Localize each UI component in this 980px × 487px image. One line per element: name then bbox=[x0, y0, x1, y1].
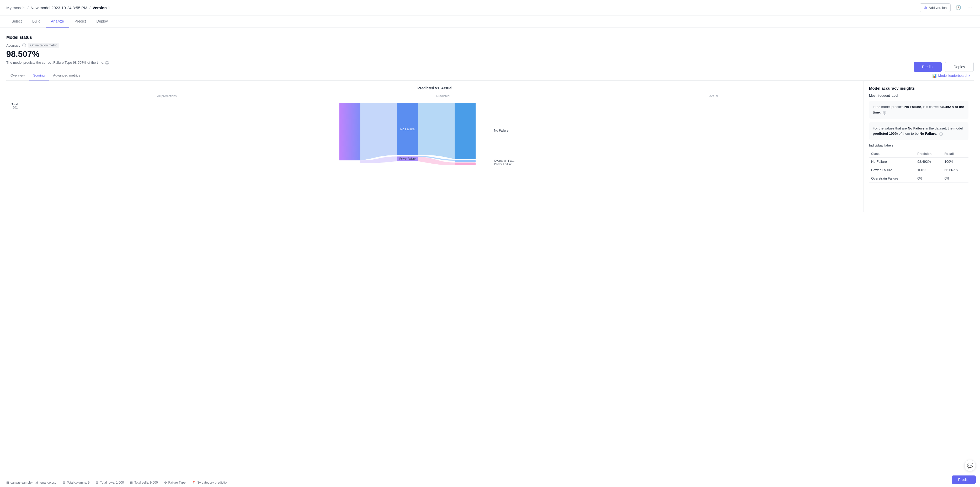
label-actual: Actual bbox=[709, 94, 718, 98]
table-row: No Failure 98.492% 100% bbox=[869, 157, 969, 166]
history-icon-button[interactable]: 🕐 bbox=[954, 3, 963, 12]
header-actions: ⊕ Add version 🕐 ⋯ bbox=[920, 3, 974, 12]
row-1-precision: 98.492% bbox=[915, 157, 942, 166]
add-version-button[interactable]: ⊕ Add version bbox=[920, 3, 951, 12]
row-1-recall: 100% bbox=[942, 157, 969, 166]
sankey-chart: No Failure Power Failure No Failure Over… bbox=[20, 100, 858, 173]
panel-title: Model accuracy insights bbox=[869, 86, 969, 90]
sub-tab-advanced[interactable]: Advanced metrics bbox=[49, 71, 84, 81]
tab-deploy[interactable]: Deploy bbox=[91, 16, 113, 27]
col-class: Class bbox=[869, 151, 915, 157]
flow-predicted-to-actual-no-failure bbox=[418, 103, 455, 159]
col-recall: Recall bbox=[942, 151, 969, 157]
actual-overstrain-block bbox=[455, 160, 476, 162]
actual-power-failure-block bbox=[455, 162, 476, 165]
label-all-predictions: All predictions bbox=[157, 94, 177, 98]
no-failure-predicted-label: No Failure bbox=[400, 127, 415, 131]
model-status-section: Model status Accuracy ⓘ Optimization met… bbox=[6, 35, 974, 65]
insight-2-predicted: predicted 100% bbox=[873, 132, 897, 135]
tab-build[interactable]: Build bbox=[27, 16, 46, 27]
overstrain-actual-label: Overstrain Fai... bbox=[494, 159, 515, 162]
accuracy-desc-info-icon[interactable]: ⓘ bbox=[105, 61, 109, 65]
deploy-button-main[interactable]: Deploy bbox=[945, 62, 974, 72]
accuracy-description: The model predicts the correct Failure T… bbox=[6, 60, 974, 65]
actual-no-failure-block bbox=[455, 103, 476, 159]
tab-analyze[interactable]: Analyze bbox=[46, 16, 69, 27]
insight-box-1: If the model predicts No Failure, it is … bbox=[869, 101, 969, 119]
right-panel: Model accuracy insights Most frequent la… bbox=[864, 81, 974, 212]
power-failure-predicted-label: Power Failure bbox=[399, 157, 416, 160]
add-version-label: Add version bbox=[929, 6, 947, 10]
accuracy-info-icon[interactable]: ⓘ bbox=[22, 43, 26, 47]
individual-labels-title: Individual labels bbox=[869, 143, 969, 147]
row-1-class: No Failure bbox=[869, 157, 915, 166]
sub-tab-scoring[interactable]: Scoring bbox=[29, 71, 49, 81]
separator-1: / bbox=[27, 5, 29, 10]
chart-labels-row: All predictions Predicted Actual bbox=[11, 94, 858, 98]
ellipsis-icon: ⋯ bbox=[967, 5, 972, 10]
chart-area: Predicted vs. Actual All predictions Pre… bbox=[6, 81, 864, 212]
accuracy-value: 98.507% bbox=[6, 49, 974, 59]
main-content: Model status Accuracy ⓘ Optimization met… bbox=[0, 28, 980, 212]
sub-tabs: Overview Scoring Advanced metrics bbox=[6, 71, 84, 81]
labels-table: Class Precision Recall No Failure 98.492… bbox=[869, 151, 969, 183]
label-predicted: Predicted bbox=[436, 94, 450, 98]
sub-tabs-row: Overview Scoring Advanced metrics 📊 Mode… bbox=[6, 71, 974, 81]
all-predictions-block bbox=[339, 103, 360, 160]
row-3-class: Overstrain Failure bbox=[869, 174, 915, 183]
row-2-class: Power Failure bbox=[869, 166, 915, 174]
leaderboard-icon: 📊 bbox=[932, 74, 937, 78]
content-area: Predicted vs. Actual All predictions Pre… bbox=[6, 81, 974, 212]
more-options-button[interactable]: ⋯ bbox=[966, 3, 974, 12]
row-3-recall: 0% bbox=[942, 174, 969, 183]
tab-select[interactable]: Select bbox=[6, 16, 27, 27]
col-precision: Precision bbox=[915, 151, 942, 157]
action-buttons: Predict Deploy bbox=[914, 62, 974, 72]
tab-predict[interactable]: Predict bbox=[69, 16, 91, 27]
insight-2-label2: No Failure bbox=[920, 132, 936, 135]
flow-all-to-predicted-no-failure bbox=[360, 103, 397, 160]
separator-2: / bbox=[89, 5, 91, 10]
model-status-title: Model status bbox=[6, 35, 974, 40]
insight-2-info-icon[interactable]: ⓘ bbox=[939, 132, 943, 136]
nav-tabs: Select Build Analyze Predict Deploy bbox=[0, 16, 980, 28]
row-2-recall: 66.667% bbox=[942, 166, 969, 174]
accuracy-label: Accuracy bbox=[6, 43, 20, 48]
no-failure-actual-label: No Failure bbox=[494, 129, 509, 132]
history-icon: 🕐 bbox=[955, 5, 961, 10]
optimization-metric-badge: Optimization metric bbox=[28, 43, 59, 48]
predict-button-main[interactable]: Predict bbox=[914, 62, 942, 72]
insight-1-info-icon[interactable]: ⓘ bbox=[883, 111, 886, 114]
chevron-up-icon: ∧ bbox=[968, 74, 970, 78]
y-axis-label: Total bbox=[11, 103, 18, 106]
most-frequent-label-title: Most frequent label bbox=[869, 94, 969, 97]
chart-wrapper: Total 201 bbox=[11, 100, 858, 173]
accuracy-row: Accuracy ⓘ Optimization metric bbox=[6, 43, 974, 48]
y-axis-value: 201 bbox=[13, 106, 18, 109]
accuracy-desc-text: The model predicts the correct Failure T… bbox=[6, 60, 104, 65]
model-name: New model 2023-10-24 3:55 PM bbox=[31, 5, 88, 10]
y-axis: Total 201 bbox=[11, 100, 20, 109]
model-leaderboard-button[interactable]: 📊 Model leaderboard ∧ bbox=[929, 71, 974, 80]
breadcrumb: My models / New model 2023-10-24 3:55 PM… bbox=[6, 5, 110, 10]
table-row: Power Failure 100% 66.667% bbox=[869, 166, 969, 174]
row-2-precision: 100% bbox=[915, 166, 942, 174]
header: My models / New model 2023-10-24 3:55 PM… bbox=[0, 0, 980, 16]
insight-box-2: For the values that are No Failure in th… bbox=[869, 122, 969, 141]
plus-icon: ⊕ bbox=[924, 5, 927, 10]
version-label: Version 1 bbox=[92, 5, 110, 10]
labels-table-body: No Failure 98.492% 100% Power Failure 10… bbox=[869, 157, 969, 183]
table-row: Overstrain Failure 0% 0% bbox=[869, 174, 969, 183]
labels-table-header: Class Precision Recall bbox=[869, 151, 969, 157]
model-leaderboard-label: Model leaderboard bbox=[938, 74, 967, 78]
power-actual-label: Power Failure bbox=[494, 162, 512, 166]
insight-2-label1: No Failure bbox=[908, 126, 925, 130]
insight-1-strong-1: No Failure bbox=[904, 105, 921, 109]
sub-tab-overview[interactable]: Overview bbox=[6, 71, 29, 81]
chart-title: Predicted vs. Actual bbox=[11, 86, 858, 90]
my-models-link[interactable]: My models bbox=[6, 5, 25, 10]
row-3-precision: 0% bbox=[915, 174, 942, 183]
